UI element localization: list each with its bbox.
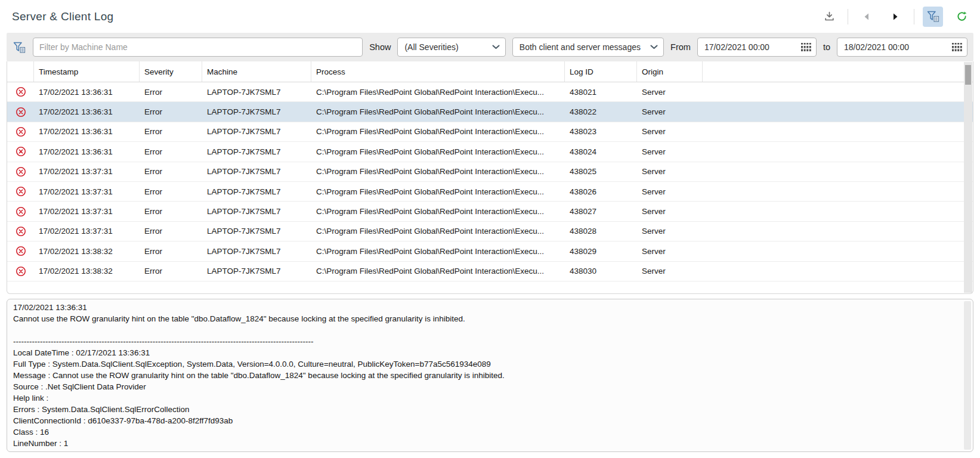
refresh-icon [956, 11, 967, 22]
cell-machine: LAPTOP-7JK7SML7 [202, 107, 311, 116]
cell-origin: Server [637, 167, 703, 176]
cell-log_id: 438025 [565, 167, 637, 176]
error-icon [7, 246, 34, 256]
filter-list-icon [13, 41, 26, 54]
cell-machine: LAPTOP-7JK7SML7 [202, 88, 311, 97]
to-label: to [823, 42, 830, 52]
cell-severity: Error [140, 267, 202, 276]
cell-process: C:\Program Files\RedPoint Global\RedPoin… [311, 127, 565, 136]
cell-timestamp: 17/02/2021 13:37:31 [34, 227, 140, 236]
cell-origin: Server [637, 247, 703, 256]
cell-timestamp: 17/02/2021 13:37:31 [34, 187, 140, 196]
cell-severity: Error [140, 147, 202, 156]
table-row[interactable]: 17/02/2021 13:36:31ErrorLAPTOP-7JK7SML7C… [7, 122, 973, 142]
previous-page-button[interactable] [857, 7, 877, 27]
cell-origin: Server [637, 88, 703, 97]
column-header-origin[interactable]: Origin [637, 61, 703, 82]
column-header-machine[interactable]: Machine [202, 61, 311, 82]
cell-timestamp: 17/02/2021 13:36:31 [34, 107, 140, 116]
error-icon [7, 266, 34, 277]
table-row[interactable]: 17/02/2021 13:37:31ErrorLAPTOP-7JK7SML7C… [7, 182, 973, 202]
refresh-button[interactable] [951, 7, 972, 27]
cell-severity: Error [140, 107, 202, 116]
cell-severity: Error [140, 187, 202, 196]
cell-machine: LAPTOP-7JK7SML7 [202, 187, 311, 196]
column-header-filler [703, 61, 973, 82]
download-button[interactable] [819, 7, 839, 27]
cell-origin: Server [637, 107, 703, 116]
cell-severity: Error [140, 247, 202, 256]
from-date-picker-button[interactable] [801, 43, 811, 52]
from-label: From [670, 42, 691, 52]
cell-origin: Server [637, 267, 703, 276]
cell-log_id: 438024 [565, 147, 637, 156]
chevron-down-icon [650, 45, 658, 49]
to-date-picker-button[interactable] [952, 43, 962, 52]
message-type-select-value: Both client and server messages [520, 42, 641, 52]
calendar-grid-icon [952, 43, 962, 52]
cell-log_id: 438028 [565, 227, 637, 236]
cell-log_id: 438027 [565, 207, 637, 216]
cell-machine: LAPTOP-7JK7SML7 [202, 147, 311, 156]
cell-severity: Error [140, 167, 202, 176]
column-header-process[interactable]: Process [311, 61, 565, 82]
table-row[interactable]: 17/02/2021 13:37:31ErrorLAPTOP-7JK7SML7C… [7, 222, 973, 242]
severity-select[interactable]: (All Severities) [397, 38, 505, 57]
log-table-body: 17/02/2021 13:36:31ErrorLAPTOP-7JK7SML7C… [7, 82, 973, 281]
error-icon [7, 206, 34, 217]
filter-panel-icon [926, 10, 940, 23]
column-header-log-id[interactable]: Log ID [565, 61, 637, 82]
table-row[interactable]: 17/02/2021 13:38:32ErrorLAPTOP-7JK7SML7C… [7, 262, 973, 281]
toolbar [819, 7, 972, 27]
filter-panel-toggle-button[interactable] [923, 7, 943, 27]
cell-process: C:\Program Files\RedPoint Global\RedPoin… [311, 247, 565, 256]
panel-gap [0, 294, 980, 299]
cell-severity: Error [140, 227, 202, 236]
machine-filter-input[interactable] [33, 38, 363, 57]
cell-machine: LAPTOP-7JK7SML7 [202, 207, 311, 216]
table-row[interactable]: 17/02/2021 13:36:31ErrorLAPTOP-7JK7SML7C… [7, 142, 973, 162]
cell-log_id: 438029 [565, 247, 637, 256]
toolbar-divider [848, 9, 848, 24]
cell-timestamp: 17/02/2021 13:36:31 [34, 147, 140, 156]
to-date-input[interactable] [839, 42, 952, 52]
cell-timestamp: 17/02/2021 13:38:32 [34, 267, 140, 276]
column-header-timestamp[interactable]: Timestamp [34, 61, 140, 82]
cell-process: C:\Program Files\RedPoint Global\RedPoin… [311, 107, 565, 116]
table-row[interactable]: 17/02/2021 13:37:31ErrorLAPTOP-7JK7SML7C… [7, 162, 973, 182]
cell-timestamp: 17/02/2021 13:37:31 [34, 167, 140, 176]
from-date-field [697, 38, 817, 57]
cell-machine: LAPTOP-7JK7SML7 [202, 127, 311, 136]
from-date-input[interactable] [699, 42, 801, 52]
detail-scrollbar-track[interactable] [964, 301, 971, 450]
table-row[interactable]: 17/02/2021 13:38:32ErrorLAPTOP-7JK7SML7C… [7, 242, 973, 261]
log-table-header: Timestamp Severity Machine Process Log I… [7, 61, 973, 82]
cell-process: C:\Program Files\RedPoint Global\RedPoin… [311, 147, 565, 156]
cell-timestamp: 17/02/2021 13:38:32 [34, 247, 140, 256]
column-header-severity[interactable]: Severity [140, 61, 202, 82]
error-icon [7, 166, 34, 177]
cell-machine: LAPTOP-7JK7SML7 [202, 227, 311, 236]
filter-bar: Show (All Severities) Both client and se… [7, 33, 973, 61]
table-scrollbar-track[interactable] [964, 62, 972, 293]
show-label: Show [369, 42, 391, 52]
cell-log_id: 438030 [565, 267, 637, 276]
error-icon [7, 146, 34, 157]
cell-log_id: 438021 [565, 88, 637, 97]
page-title: Server & Client Log [12, 10, 113, 23]
error-icon [7, 86, 34, 97]
cell-process: C:\Program Files\RedPoint Global\RedPoin… [311, 187, 565, 196]
table-row[interactable]: 17/02/2021 13:37:31ErrorLAPTOP-7JK7SML7C… [7, 202, 973, 221]
message-type-select[interactable]: Both client and server messages [512, 38, 664, 57]
table-row[interactable]: 17/02/2021 13:36:31ErrorLAPTOP-7JK7SML7C… [7, 82, 973, 102]
next-page-button[interactable] [885, 7, 905, 27]
table-row[interactable]: 17/02/2021 13:36:31ErrorLAPTOP-7JK7SML7C… [7, 102, 973, 122]
log-detail-text: 17/02/2021 13:36:31 Cannot use the ROW g… [13, 302, 957, 449]
cell-machine: LAPTOP-7JK7SML7 [202, 167, 311, 176]
severity-select-value: (All Severities) [404, 42, 458, 52]
table-scrollbar-thumb[interactable] [965, 65, 971, 85]
chevron-down-icon [492, 45, 500, 49]
column-header-severity-icon[interactable] [7, 61, 34, 82]
cell-process: C:\Program Files\RedPoint Global\RedPoin… [311, 88, 565, 97]
cell-machine: LAPTOP-7JK7SML7 [202, 247, 311, 256]
